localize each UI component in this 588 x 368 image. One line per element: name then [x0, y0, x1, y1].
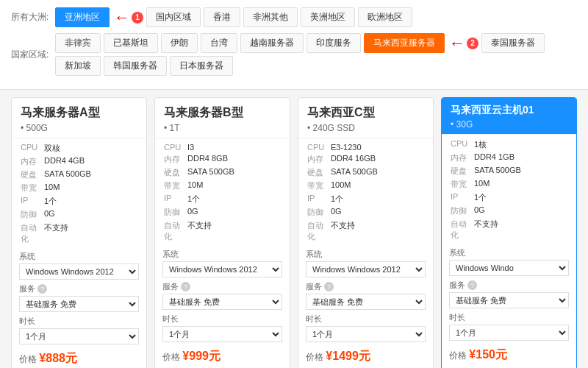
spec-label: 带宽: [21, 183, 44, 194]
price-label-a: 价格: [19, 354, 39, 364]
spec-label: 带宽: [164, 180, 187, 191]
spec-label: CPU: [164, 143, 187, 152]
service-label-a: 服务?: [19, 283, 139, 294]
spec-label: CPU: [451, 139, 474, 150]
continent-tabs: 亚洲地区←1国内区域香港非洲其他美洲地区欧洲地区: [55, 7, 412, 27]
spec-label: 带宽: [307, 180, 331, 191]
system-select-a[interactable]: Windows Windows 2012: [19, 263, 139, 280]
service-field-c: 服务?基础服务 免费: [298, 281, 433, 310]
spec-row: 内存DDR4 8GB: [164, 154, 281, 165]
spec-row: 防御0G: [21, 209, 137, 220]
product-card-a: 马来服务器A型• 500GCPU双核内存DDR4 4GB硬盘SATA 500GB…: [11, 97, 147, 368]
spec-row: IP1个: [164, 194, 281, 205]
system-select-c[interactable]: Windows Windows 2012: [306, 261, 426, 277]
spec-label: 带宽: [451, 179, 474, 190]
service-field-d: 服务?基础服务 免费: [442, 280, 576, 308]
system-select-b[interactable]: Windows Windows 2012: [162, 261, 282, 277]
continent-tab-hongkong[interactable]: 香港: [204, 7, 240, 27]
spec-row: 硬盘SATA 500GB: [164, 167, 281, 178]
price-row-a: 价格 ¥888元: [12, 348, 146, 368]
duration-label-c: 时长: [306, 314, 426, 325]
system-label-a: 系统: [19, 251, 139, 262]
spec-label: 内存: [21, 156, 44, 167]
duration-select-c[interactable]: 1个月: [306, 326, 426, 342]
country-tab-thailand[interactable]: 泰国服务器: [481, 33, 545, 53]
service-select-d[interactable]: 基础服务 免费: [449, 292, 569, 308]
spec-value: 不支持: [187, 220, 212, 242]
continent-tab-americas[interactable]: 美洲地区: [301, 7, 355, 27]
system-field-c: 系统Windows Windows 2012: [298, 249, 433, 277]
system-field-b: 系统Windows Windows 2012: [155, 249, 290, 277]
card-title-d: 马来西亚云主机01: [451, 104, 567, 117]
spec-value: 10M: [187, 180, 203, 191]
duration-label-a: 时长: [19, 316, 139, 327]
spec-row: CPUE3-1230: [307, 143, 424, 152]
spec-row: 内存DDR4 1GB: [451, 152, 567, 163]
spec-label: 防御: [21, 209, 44, 220]
spec-row: 带宽10M: [21, 183, 137, 194]
duration-select-a[interactable]: 1个月: [19, 328, 139, 344]
cards-container: 马来服务器A型• 500GCPU双核内存DDR4 4GB硬盘SATA 500GB…: [0, 90, 588, 368]
question-icon[interactable]: ?: [37, 284, 47, 294]
country-tab-singapore[interactable]: 新加坡: [55, 56, 101, 76]
duration-label-d: 时长: [449, 312, 569, 323]
spec-value: SATA 500GB: [474, 166, 521, 177]
country-tab-korea[interactable]: 韩国服务器: [104, 56, 167, 76]
continent-tab-africa[interactable]: 非洲其他: [243, 7, 298, 27]
spec-row: 硬盘SATA 500GB: [21, 169, 137, 180]
country-tab-japan[interactable]: 日本服务器: [170, 56, 233, 76]
system-select-d[interactable]: Windows Windo: [449, 260, 569, 276]
spec-value: 0G: [474, 205, 485, 216]
duration-select-b[interactable]: 1个月: [162, 326, 282, 342]
continent-tab-asia[interactable]: 亚洲地区: [55, 7, 110, 27]
card-subtitle-b: • 1T: [164, 123, 281, 133]
price-row-b: 价格 ¥999元: [155, 346, 290, 367]
spec-label: CPU: [307, 143, 331, 152]
service-select-c[interactable]: 基础服务 免费: [306, 294, 426, 310]
country-tab-india[interactable]: 印度服务: [306, 33, 361, 53]
product-card-d: 马来西亚云主机01• 30GCPU1核内存DDR4 1GB硬盘SATA 500G…: [441, 97, 577, 368]
card-title-a: 马来服务器A型: [21, 105, 137, 121]
card-subtitle-c: • 240G SSD: [307, 123, 424, 133]
spec-row: CPUI3: [164, 143, 281, 152]
card-specs-d: CPU1核内存DDR4 1GB硬盘SATA 500GB带宽10MIP1个防御0G…: [442, 135, 576, 247]
country-tab-vietnam[interactable]: 越南服务器: [240, 33, 304, 53]
duration-field-d: 时长1个月: [442, 312, 576, 341]
system-label-d: 系统: [449, 247, 569, 258]
service-label-d: 服务?: [449, 280, 569, 291]
spec-label: 内存: [164, 154, 187, 165]
card-specs-b: CPUI3内存DDR4 8GB硬盘SATA 500GB带宽10MIP1个防御0G…: [155, 138, 290, 249]
country-tab-taiwan[interactable]: 台湾: [201, 33, 237, 53]
card-subtitle-a: • 500G: [21, 123, 137, 133]
card-header-a: 马来服务器A型• 500G: [12, 98, 146, 138]
system-label-c: 系统: [306, 249, 426, 260]
question-icon[interactable]: ?: [467, 280, 477, 290]
country-tab-malaysia[interactable]: 马来西亚服务器: [364, 33, 445, 53]
price-value-a: ¥888元: [39, 352, 77, 364]
service-select-b[interactable]: 基础服务 免费: [162, 294, 282, 310]
continent-tab-europe[interactable]: 欧洲地区: [358, 7, 412, 27]
question-icon[interactable]: ?: [324, 282, 334, 291]
duration-select-d[interactable]: 1个月: [449, 325, 569, 341]
question-icon[interactable]: ?: [181, 282, 190, 291]
spec-value: 不支持: [474, 219, 498, 241]
spec-label: IP: [21, 196, 44, 207]
service-select-a[interactable]: 基础服务 免费: [19, 296, 139, 312]
service-label-b: 服务?: [162, 281, 282, 292]
price-row-c: 价格 ¥1499元: [298, 346, 433, 367]
red-arrow-2: ←: [449, 34, 465, 53]
spec-value: 1个: [474, 192, 487, 203]
card-specs-c: CPUE3-1230内存DDR4 16GB硬盘SATA 500GB带宽100MI…: [298, 138, 433, 249]
spec-value: 0G: [187, 207, 198, 218]
country-tab-philippines[interactable]: 非律宾: [55, 33, 101, 53]
country-tab-kazakhstan[interactable]: 已基斯坦: [104, 33, 158, 53]
spec-label: 内存: [307, 154, 331, 165]
country-tab-iran[interactable]: 伊朗: [161, 33, 198, 53]
price-label-b: 价格: [162, 352, 182, 362]
spec-label: 内存: [451, 152, 474, 163]
service-label-c: 服务?: [306, 281, 426, 292]
spec-row: 自动化不支持: [21, 222, 137, 244]
continent-tab-domestic[interactable]: 国内区域: [146, 7, 201, 27]
spec-label: 硬盘: [307, 167, 331, 178]
duration-label-b: 时长: [162, 314, 282, 325]
